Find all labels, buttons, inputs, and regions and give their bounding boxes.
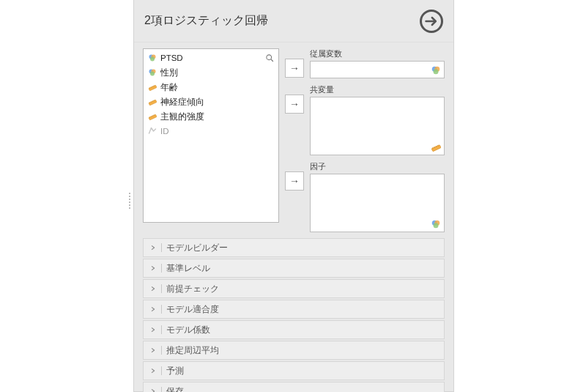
covariates-label: 共変量 [310,84,445,95]
chevron-right-icon [149,265,157,272]
dependent-label: 従属変数 [310,48,445,59]
dependent-dropzone[interactable] [310,61,445,78]
expanders-section: モデルビルダー基準レベル前提チェックモデル適合度モデル係数推定周辺平均予測保存 [134,237,453,392]
run-button[interactable] [420,10,443,33]
expander-section[interactable]: 前提チェック [143,279,445,298]
expander-label: モデル係数 [166,324,210,336]
expander-section[interactable]: モデル係数 [143,320,445,339]
divider [161,243,162,252]
expander-section[interactable]: モデルビルダー [143,238,445,257]
panel-title: 2項ロジスティック回帰 [144,13,268,29]
variable-name: 主観的強度 [160,111,204,122]
panel-header: 2項ロジスティック回帰 [134,0,453,42]
expander-label: 保存 [166,385,184,393]
divider [161,264,162,273]
divider [161,346,162,355]
chevron-right-icon [149,326,157,333]
expander-section[interactable]: 保存 [143,382,445,392]
chevron-right-icon [149,388,157,392]
variable-item[interactable]: 主観的強度 [144,109,278,124]
assign-factors-button[interactable]: → [285,171,304,191]
expander-label: 推定周辺平均 [166,344,219,357]
source-variable-list[interactable]: PTSD性別年齢神経症傾向主観的強度ID [143,48,279,223]
variable-item[interactable]: ID [144,124,278,138]
expander-label: モデルビルダー [166,242,228,254]
analysis-panel: 2項ロジスティック回帰 PTSD性別年齢神経症傾向主観的強度ID → 従属変数 [133,0,454,392]
factors-row: → 因子 [285,161,445,232]
expander-section[interactable]: 推定周辺平均 [143,341,445,360]
search-icon[interactable] [265,53,274,62]
arrow-right-icon: → [289,98,300,110]
dependent-row: → 従属変数 [285,48,445,78]
expander-label: 基準レベル [166,262,210,275]
nominal-var-icon [148,68,157,77]
expander-label: 前提チェック [166,283,219,295]
divider [161,366,162,375]
chevron-right-icon [149,367,157,374]
nominal-type-hint-icon [431,219,441,229]
variable-name: 性別 [160,67,178,78]
divider [161,387,162,392]
divider [161,305,162,314]
assign-dependent-button[interactable]: → [285,59,304,78]
nominal-var-icon [148,53,157,62]
arrow-right-icon: → [289,62,300,74]
covariates-dropzone[interactable] [310,97,445,155]
divider [161,325,162,334]
variable-assignment-area: PTSD性別年齢神経症傾向主観的強度ID → 従属変数 [134,42,453,237]
covariates-row: → 共変量 [285,84,445,155]
expander-section[interactable]: 予測 [143,361,445,380]
factors-dropzone[interactable] [310,174,445,232]
arrow-right-icon: → [289,175,300,187]
scale-var-icon [148,97,157,106]
run-arrow-icon [424,14,439,29]
chevron-right-icon [149,347,157,354]
variable-name: PTSD [160,52,183,64]
expander-label: モデル適合度 [166,303,219,316]
scale-type-hint-icon [431,142,441,152]
variable-item[interactable]: 神経症傾向 [144,95,278,109]
nominal-type-hint-icon [431,65,441,75]
assign-covariates-button[interactable]: → [285,95,304,114]
chevron-right-icon [149,285,157,292]
expander-section[interactable]: モデル適合度 [143,300,445,319]
variable-item[interactable]: 性別 [144,65,278,80]
id-var-icon [148,127,157,136]
chevron-right-icon [149,306,157,313]
variable-item[interactable]: PTSD [144,51,278,65]
scale-var-icon [148,112,157,121]
variable-name: 年齢 [160,81,178,93]
divider [161,284,162,293]
expander-section[interactable]: 基準レベル [143,259,445,278]
target-boxes-column: → 従属変数 → 共変量 [285,48,445,232]
chevron-right-icon [149,244,157,251]
variable-name: 神経症傾向 [160,96,204,108]
variable-item[interactable]: 年齢 [144,80,278,95]
expander-label: 予測 [166,365,184,377]
scale-var-icon [148,83,157,92]
variable-name: ID [160,125,169,137]
factors-label: 因子 [310,161,445,172]
panel-drag-grip[interactable] [129,193,133,209]
